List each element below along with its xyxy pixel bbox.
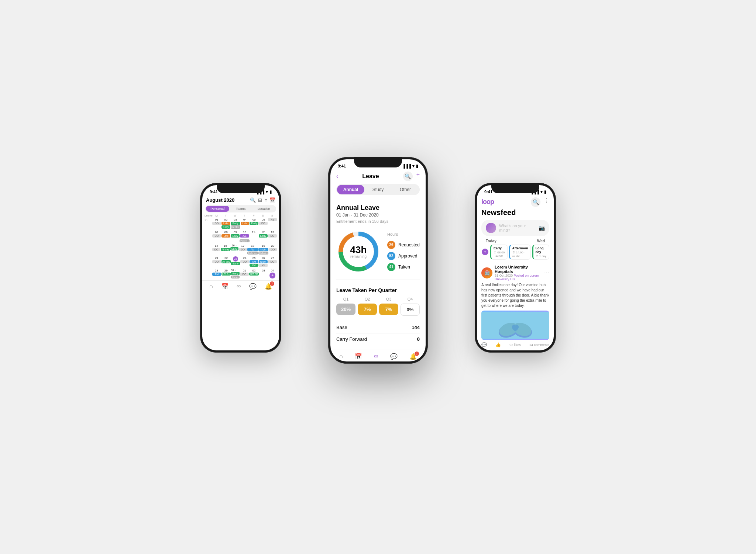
cal-day[interactable]: 04+	[268, 269, 277, 279]
search-icon-leave[interactable]: 🔍	[403, 172, 413, 181]
search-icon[interactable]: 🔍	[250, 197, 256, 203]
cal-day[interactable]: 27DO	[268, 256, 277, 267]
cal-day[interactable]: 22All day	[221, 256, 231, 267]
cal-day[interactable]: 03	[259, 269, 268, 279]
cal-day[interactable]: 15All day	[221, 244, 230, 255]
nav-calendar[interactable]: 📅	[221, 283, 228, 290]
cal-day[interactable]: 26Night+3	[259, 256, 268, 267]
taken-label: Taken	[398, 264, 410, 270]
add-icon[interactable]: 📅	[269, 197, 275, 203]
cal-day[interactable]: 03EarlyDentist	[231, 218, 240, 229]
status-bar-right: 9:41 ▐▐▐ ▾ ▮	[477, 185, 554, 196]
cal-day[interactable]: 21DO	[212, 256, 221, 267]
search-icon-nf[interactable]: 🔍	[531, 197, 540, 207]
cal-day[interactable]: 16✓Early	[230, 244, 238, 255]
cal-day[interactable]: 07DO	[212, 231, 221, 238]
cal-day[interactable]: 01DO	[212, 218, 221, 229]
cal-day[interactable]: 29SPA P...	[221, 269, 231, 279]
cal-day[interactable]: 04Late	[241, 218, 250, 229]
time-center: 9:41	[338, 164, 346, 168]
cal-day[interactable]: 17DO	[239, 244, 247, 255]
days-header: LeaveMTWTFSS	[205, 214, 277, 217]
base-value: 144	[412, 325, 420, 330]
cal-day[interactable]: 14DO	[212, 244, 220, 255]
schedule-section: Today Wed + Early ⏱ 08:00 - 13:00 Aftern…	[477, 239, 554, 262]
nav-bell-leave[interactable]: 🔔2	[409, 353, 417, 360]
add-icon-leave[interactable]: +	[416, 172, 420, 181]
add-schedule-btn[interactable]: +	[481, 245, 489, 260]
comment-icon[interactable]: 💬	[481, 342, 487, 347]
post-text: A real #milestone day! Our vaccine hub h…	[481, 283, 549, 308]
cal-day[interactable]: 18AMBoiler s...	[247, 244, 258, 255]
week-num: 31	[205, 218, 212, 222]
cal-day[interactable]: 11·	[250, 231, 258, 238]
annual-leave-heading: Annual Leave	[336, 204, 420, 212]
requested-badge: 26	[387, 241, 395, 249]
nav-chat-leave[interactable]: 💬	[390, 353, 398, 360]
quarter-section: Leave Taken Per Quarter Q1 20% Q2 7% Q3	[336, 287, 420, 316]
post-header: 🏥 Lorem University Hospitals 31 Oct 2020…	[481, 265, 549, 281]
quarter-grid: Q1 20% Q2 7% Q3 7% Q4 0%	[336, 297, 420, 316]
filter-icon[interactable]: ≡	[264, 197, 267, 203]
cal-day[interactable]: 25AMPM	[250, 256, 258, 267]
more-icon-nf[interactable]: ⋮	[543, 197, 549, 207]
nav-infinity-leave[interactable]: ∞	[374, 353, 378, 360]
cal-day[interactable]: 05Early	[250, 218, 258, 229]
cal-day[interactable]: 10A/L	[240, 231, 249, 238]
cal-day[interactable]: 23 Early	[231, 256, 240, 267]
legend-taken: 41 Taken	[387, 263, 420, 271]
legend: Hours 26 Requested 52 Approved 41 Taken	[387, 232, 420, 271]
nav-home[interactable]: ⌂	[209, 283, 213, 290]
tab-study[interactable]: Study	[364, 185, 392, 194]
tab-location[interactable]: Location	[252, 206, 275, 212]
calendar-week-1: 31 01DO 02LateEarly 03EarlyDentist 04Lat…	[205, 218, 277, 229]
phone-leave: 9:41 ▐▐▐ ▾ ▮ ‹ Leave 🔍 + Annual Study	[328, 157, 428, 364]
q4-bar: 0%	[401, 304, 420, 316]
cal-day[interactable]: 12Early	[259, 231, 268, 238]
nav-calendar-leave[interactable]: 📅	[355, 353, 362, 360]
cal-day: +2	[268, 218, 277, 229]
post-more-icon[interactable]: ⋯	[544, 270, 549, 276]
nav-home-leave[interactable]: ⌂	[339, 353, 343, 360]
wifi-icon-c: ▾	[412, 164, 415, 169]
cal-day[interactable]: 20DO	[269, 244, 277, 255]
cal-day[interactable]: 02LateEarly	[221, 218, 230, 229]
cal-day[interactable]: 30✓EarlySurg...	[231, 269, 240, 279]
tab-other[interactable]: Other	[392, 185, 419, 194]
q1-label: Q1	[336, 297, 355, 301]
cal-day[interactable]: 24DO	[240, 256, 249, 267]
cal-day[interactable]: 01DO	[240, 269, 249, 279]
cal-day[interactable]: 08Late	[221, 231, 230, 238]
nav-infinity[interactable]: ∞	[237, 283, 241, 290]
camera-icon[interactable]: 📷	[539, 225, 545, 231]
cal-day[interactable]: 28AM	[212, 269, 221, 279]
compose-box[interactable]: What's on your mind? 📷	[481, 220, 549, 236]
battery-icon-r: ▮	[544, 190, 546, 194]
status-bar-center: 9:41 ▐▐▐ ▾ ▮	[330, 159, 426, 170]
newsfeed-post: 🏥 Lorem University Hospitals 31 Oct 2020…	[477, 262, 554, 350]
post-info: Lorem University Hospitals 31 Oct 2020 P…	[495, 265, 542, 281]
tab-annual[interactable]: Annual	[337, 185, 364, 194]
week-num	[205, 231, 212, 231]
cal-day[interactable]: 02SPA PM	[249, 269, 259, 279]
cal-day[interactable]: 13DO	[268, 231, 277, 238]
tab-personal[interactable]: Personal	[206, 206, 229, 212]
cal-day[interactable]: 19NightCollect...	[258, 244, 268, 255]
donut-section: 43h remaining Hours 26 Requested 52 Appr…	[336, 229, 420, 280]
like-icon[interactable]: 👍	[495, 342, 501, 347]
cal-day[interactable]: 09Early	[231, 231, 240, 238]
donut-center: 43h remaining	[350, 245, 367, 258]
cal-day[interactable]: 06DO	[259, 218, 268, 229]
nav-chat[interactable]: 💬	[249, 283, 257, 290]
leave-period: 01 Jan - 31 Dec 2020	[336, 212, 420, 218]
grid-icon[interactable]: ⊞	[258, 197, 262, 203]
legend-requested: 26 Requested	[387, 241, 420, 249]
nav-bell[interactable]: 🔔2	[265, 283, 272, 290]
status-icons-right: ▐▐▐ ▾ ▮	[530, 190, 546, 194]
hours-label: Hours	[387, 232, 420, 236]
bottom-nav-leave: ⌂ 📅 ∞ 💬 🔔2	[330, 350, 426, 361]
q2-col: Q2 7%	[358, 297, 377, 316]
tab-teams[interactable]: Teams	[229, 206, 252, 212]
q4-label: Q4	[401, 297, 420, 301]
leave-tabs: Annual Study Other	[336, 184, 420, 195]
